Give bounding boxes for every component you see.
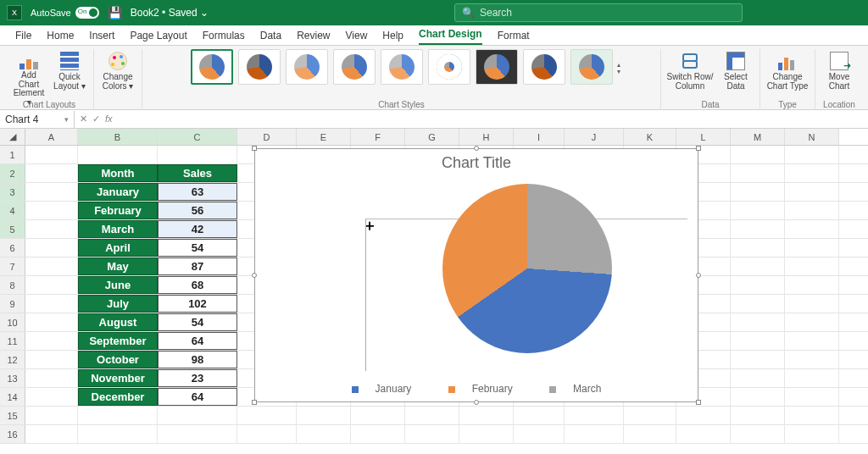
legend-item[interactable]: March	[541, 383, 609, 395]
cell[interactable]	[785, 407, 839, 424]
col-header-B[interactable]: B	[78, 129, 158, 145]
cell[interactable]	[25, 146, 78, 163]
cell[interactable]	[25, 183, 78, 201]
plot-area[interactable]	[365, 219, 687, 371]
cell[interactable]	[785, 202, 839, 219]
cell[interactable]: 42	[158, 220, 237, 238]
cell[interactable]	[25, 332, 78, 350]
cell[interactable]: July	[78, 295, 158, 313]
tab-review[interactable]: Review	[297, 26, 330, 45]
col-header-C[interactable]: C	[158, 129, 237, 145]
row-header[interactable]: 1	[0, 146, 25, 163]
col-header-E[interactable]: E	[297, 129, 351, 145]
cell[interactable]: 56	[158, 202, 237, 219]
cell[interactable]	[785, 369, 839, 387]
cell[interactable]	[785, 257, 839, 275]
cell[interactable]	[676, 425, 731, 443]
spreadsheet-grid[interactable]: ◢ A B C D E F G H I J K L M N 12MonthSal…	[0, 129, 868, 454]
cell[interactable]	[405, 407, 459, 424]
cell[interactable]	[731, 202, 785, 219]
cell[interactable]	[731, 295, 785, 313]
name-box[interactable]: Chart 4▾	[0, 111, 75, 128]
chart-legend[interactable]: January February March	[255, 383, 698, 395]
cell[interactable]: August	[78, 313, 158, 331]
cell[interactable]	[25, 351, 78, 368]
row-header[interactable]: 10	[0, 313, 25, 331]
resize-handle[interactable]	[252, 146, 257, 151]
resize-handle[interactable]	[696, 400, 701, 405]
col-header-L[interactable]: L	[676, 129, 731, 145]
cell[interactable]	[676, 407, 731, 424]
switch-row-column-button[interactable]: Switch Row/ Column	[666, 49, 714, 95]
chart-style-2[interactable]	[238, 49, 281, 85]
cell[interactable]	[731, 407, 785, 424]
cell[interactable]	[459, 407, 514, 424]
resize-handle[interactable]	[474, 146, 479, 151]
cell[interactable]	[351, 407, 405, 424]
row-header[interactable]: 11	[0, 332, 25, 350]
cell[interactable]	[25, 257, 78, 275]
select-data-button[interactable]: Select Data	[717, 49, 754, 95]
cell[interactable]	[565, 425, 624, 443]
col-header-G[interactable]: G	[405, 129, 459, 145]
cell[interactable]	[25, 407, 78, 424]
row-header[interactable]: 2	[0, 164, 25, 182]
chart-object[interactable]: Chart Title ＋ January February March	[254, 148, 698, 402]
formula-input[interactable]	[118, 111, 868, 128]
cell[interactable]	[731, 313, 785, 331]
cell[interactable]	[785, 332, 839, 350]
cell[interactable]	[25, 425, 78, 443]
cell[interactable]	[785, 146, 839, 163]
cell[interactable]	[25, 295, 78, 313]
cell[interactable]	[25, 388, 78, 406]
row-header[interactable]: 13	[0, 369, 25, 387]
col-header-H[interactable]: H	[459, 129, 514, 145]
col-header-J[interactable]: J	[565, 129, 624, 145]
cell[interactable]	[514, 425, 565, 443]
cell[interactable]	[731, 276, 785, 294]
document-name[interactable]: Book2 Saved ⌄	[131, 7, 209, 19]
cell[interactable]	[785, 164, 839, 182]
row-header[interactable]: 16	[0, 425, 25, 443]
cell[interactable]	[78, 146, 158, 163]
pie-chart[interactable]	[442, 184, 612, 353]
cell[interactable]	[731, 332, 785, 350]
cell[interactable]: 102	[158, 295, 237, 313]
row-header[interactable]: 14	[0, 388, 25, 406]
row-header[interactable]: 12	[0, 351, 25, 368]
cell[interactable]: 23	[158, 369, 237, 387]
tab-file[interactable]: File	[15, 26, 31, 45]
cell[interactable]	[785, 388, 839, 406]
fx-icon[interactable]: fx	[105, 114, 113, 125]
cell[interactable]	[158, 146, 237, 163]
row-header[interactable]: 8	[0, 276, 25, 294]
tab-page-layout[interactable]: Page Layout	[130, 26, 186, 45]
cell[interactable]	[158, 407, 237, 424]
col-header-N[interactable]: N	[785, 129, 839, 145]
cell[interactable]	[785, 276, 839, 294]
cell[interactable]	[78, 425, 158, 443]
row-header[interactable]: 5	[0, 220, 25, 238]
cell[interactable]: November	[78, 369, 158, 387]
cell[interactable]: Sales	[158, 164, 237, 182]
tab-view[interactable]: View	[346, 26, 368, 45]
tab-data[interactable]: Data	[260, 26, 281, 45]
select-all-corner[interactable]: ◢	[0, 129, 25, 145]
cell[interactable]	[731, 425, 785, 443]
tab-format[interactable]: Format	[498, 26, 530, 45]
cell[interactable]: January	[78, 183, 158, 201]
move-chart-button[interactable]: Move Chart	[821, 49, 858, 95]
cell[interactable]	[25, 239, 78, 257]
cell[interactable]: December	[78, 388, 158, 406]
cell[interactable]: 54	[158, 313, 237, 331]
legend-item[interactable]: February	[440, 383, 521, 395]
cell[interactable]	[297, 407, 351, 424]
cell[interactable]: 68	[158, 276, 237, 294]
cell[interactable]: 64	[158, 388, 237, 406]
row-header[interactable]: 9	[0, 295, 25, 313]
cell[interactable]: 87	[158, 257, 237, 275]
tab-formulas[interactable]: Formulas	[203, 26, 245, 45]
cell[interactable]: September	[78, 332, 158, 350]
cell[interactable]	[351, 425, 405, 443]
style-gallery-expand[interactable]: ▴▾	[615, 61, 623, 73]
